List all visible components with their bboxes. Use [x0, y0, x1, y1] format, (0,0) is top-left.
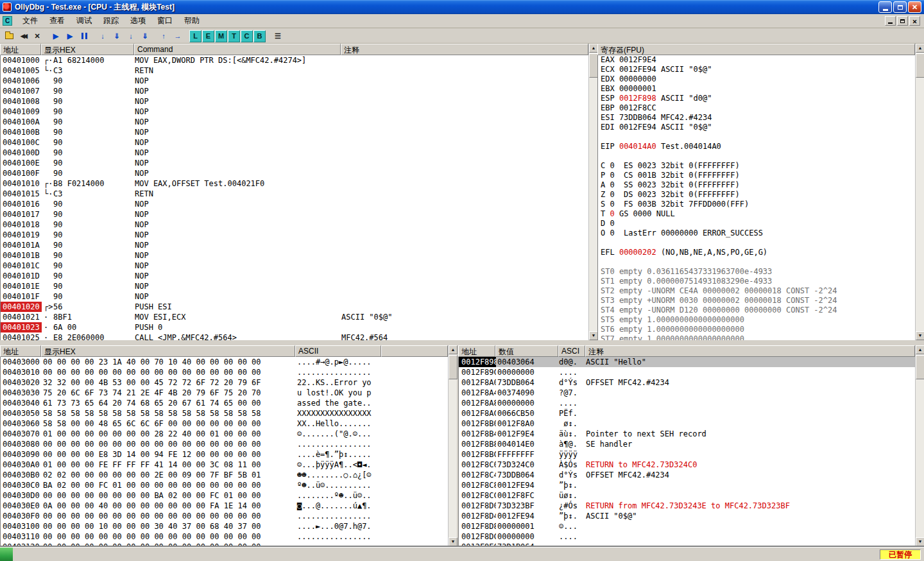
- register-line[interactable]: Z 0 DS 0023 32bit 0(FFFFFFFF): [598, 190, 915, 200]
- scroll-thumb[interactable]: [916, 355, 924, 379]
- register-line[interactable]: ST2 empty -UNORM CE4A 00000002 00000018 …: [598, 286, 915, 296]
- disasm-row[interactable]: 00401010┌·B8 F0214000MOV EAX,OFFSET Test…: [1, 178, 588, 189]
- stack-row[interactable]: 0012F8C80012FE94”þ↕.: [459, 480, 915, 490]
- register-line[interactable]: ST3 empty +UNORM 0030 00000002 00000018 …: [598, 296, 915, 306]
- disasm-row[interactable]: 0040101B90NOP: [1, 250, 588, 261]
- register-line[interactable]: EDX 00000000: [598, 74, 915, 84]
- threads-window-button[interactable]: T: [228, 30, 240, 42]
- menu-view[interactable]: 查看: [44, 14, 71, 28]
- register-line[interactable]: ESP 0012F898 ASCII "d0@": [598, 94, 915, 103]
- scroll-up-icon[interactable]: [449, 345, 458, 354]
- dump-row[interactable]: 0040308000 00 00 00 00 00 00 00 00 00 00…: [1, 439, 448, 449]
- disasm-row[interactable]: 00401005└·C3RETN: [1, 65, 588, 76]
- disasm-row[interactable]: 0040100690NOP: [1, 76, 588, 86]
- cpu-window-icon[interactable]: C: [3, 16, 12, 26]
- disasm-row[interactable]: 0040101990NOP: [1, 230, 588, 240]
- mdi-restore-button[interactable]: [897, 16, 908, 26]
- scroll-up-icon[interactable]: [916, 44, 924, 53]
- register-line[interactable]: P 0 CS 001B 32bit 0(FFFFFFFF): [598, 171, 915, 180]
- registers-pane[interactable]: EAX 0012F9E4ECX 0012FE94 ASCII "0$@"EDX …: [597, 55, 915, 340]
- disasm-row[interactable]: 00401021·8BF1MOV ESI,ECXASCII "0$@": [1, 312, 588, 322]
- stack-row[interactable]: 0012F8CC0012F8FCüø↕.: [459, 490, 915, 501]
- dump-row[interactable]: 0040301000 00 00 00 00 00 00 00 00 00 00…: [1, 367, 448, 377]
- register-line[interactable]: EDI 0012FE94 ASCII "0$@": [598, 123, 915, 132]
- menu-help[interactable]: 帮助: [178, 14, 205, 28]
- go-to-address-button[interactable]: →: [171, 30, 185, 42]
- register-line[interactable]: T 0 GS 0000 NULL: [598, 209, 915, 219]
- run-thread-button[interactable]: ▶: [63, 30, 77, 42]
- dump-row[interactable]: 0040306058 58 00 00 48 65 6C 6C 6F 00 00…: [1, 419, 448, 429]
- disasm-row[interactable]: 0040101F90NOP: [1, 291, 588, 302]
- disasm-row[interactable]: 0040101690NOP: [1, 199, 588, 209]
- disasm-row[interactable]: 0040100A90NOP: [1, 117, 588, 127]
- stack-row[interactable]: 0012F8B00012F8A0 ø↕.: [459, 419, 915, 429]
- disasm-row[interactable]: 0040101A90NOP: [1, 240, 588, 250]
- memory-window-button[interactable]: M: [215, 30, 227, 42]
- disasm-row[interactable]: 0040101E90NOP: [1, 281, 588, 291]
- registers-scrollbar[interactable]: [915, 44, 924, 340]
- scroll-thumb[interactable]: [916, 53, 924, 78]
- register-line[interactable]: ECX 0012FE94 ASCII "0$@": [598, 65, 915, 74]
- register-line[interactable]: A 0 SS 0023 32bit 0(FFFFFFFF): [598, 180, 915, 190]
- register-line[interactable]: ST4 empty -UNORM D120 00000000 00000000 …: [598, 306, 915, 315]
- register-line[interactable]: EBP 0012F8CC: [598, 103, 915, 113]
- disasm-row[interactable]: 0040100990NOP: [1, 107, 588, 117]
- dump-row[interactable]: 0040305058 58 58 58 58 58 58 58 58 58 58…: [1, 408, 448, 419]
- register-line[interactable]: EAX 0012F9E4: [598, 55, 915, 65]
- disasm-row[interactable]: 0040100D90NOP: [1, 148, 588, 158]
- stack-pane[interactable]: 0012F89800403064d0@.ASCII "Hello"0012F89…: [458, 357, 915, 546]
- register-line[interactable]: S 0 FS 003B 32bit 7FFDD000(FFF): [598, 200, 915, 209]
- dump-row[interactable]: 0040303075 20 6C 6F 73 74 21 2E 4F 4B 20…: [1, 388, 448, 398]
- scroll-down-icon[interactable]: [589, 331, 598, 340]
- register-line[interactable]: D 0: [598, 219, 915, 229]
- stack-row[interactable]: 0012F8B40012F9E4äù↕.Pointer to next SEH …: [459, 429, 915, 439]
- disasm-row[interactable]: 00401015└·C3RETN: [1, 189, 588, 199]
- disasm-row[interactable]: 00401025·E8 2E060000CALL <JMP.&MFC42.#56…: [1, 332, 588, 340]
- dump-row[interactable]: 004030E00A 00 00 00 40 00 00 00 00 00 00…: [1, 501, 448, 511]
- dump-row[interactable]: 0040311000 00 00 00 00 00 00 00 00 00 00…: [1, 531, 448, 542]
- log-window-button[interactable]: L: [189, 30, 201, 42]
- mdi-minimize-button[interactable]: [885, 16, 896, 26]
- disasm-row[interactable]: 0040101C90NOP: [1, 261, 588, 271]
- dump-row[interactable]: 0040307001 00 00 00 00 00 00 00 28 22 40…: [1, 429, 448, 439]
- dump-row[interactable]: 0040310000 00 00 00 10 00 00 00 30 40 37…: [1, 521, 448, 531]
- disasm-row[interactable]: 0040100C90NOP: [1, 137, 588, 148]
- register-line[interactable]: EBX 00000001: [598, 84, 915, 94]
- animate-over-button[interactable]: ⇓: [138, 30, 152, 42]
- dump-scrollbar[interactable]: [448, 345, 457, 546]
- stack-row[interactable]: 0012F8E073D1B064: [459, 542, 915, 546]
- disasm-row[interactable]: 00401020┌>56PUSH ESI: [1, 302, 588, 312]
- close-program-button[interactable]: ✕: [30, 30, 44, 42]
- dump-row[interactable]: 0040302032 32 00 00 4B 53 00 00 45 72 72…: [1, 377, 448, 388]
- disasm-row[interactable]: 0040101890NOP: [1, 220, 588, 230]
- disasm-row[interactable]: 00401023·6A 00PUSH 0: [1, 322, 588, 332]
- stack-row[interactable]: 0012F8DC00000000....: [459, 531, 915, 542]
- menu-debug[interactable]: 调试: [71, 14, 98, 28]
- menu-window[interactable]: 窗口: [151, 14, 178, 28]
- stack-row[interactable]: 0012F8BCFFFFFFFFÿÿÿÿ: [459, 449, 915, 460]
- register-line[interactable]: ST5 empty 1.0000000000000000000: [598, 315, 915, 325]
- disasm-row[interactable]: 0040100F90NOP: [1, 168, 588, 178]
- register-line[interactable]: ST7 empty 1.0000000000000000000: [598, 334, 915, 340]
- scroll-up-icon[interactable]: [916, 345, 924, 354]
- scroll-down-icon[interactable]: [449, 537, 458, 546]
- disasm-row[interactable]: 0040101D90NOP: [1, 271, 588, 281]
- stack-row[interactable]: 0012F8A800000000....: [459, 398, 915, 408]
- appearance-button[interactable]: ☰: [271, 30, 285, 42]
- breakpoints-window-button[interactable]: B: [253, 30, 266, 42]
- register-line[interactable]: EIP 004014A0 Test.004014A0: [598, 142, 915, 151]
- disasm-row[interactable]: 0040100790NOP: [1, 86, 588, 96]
- register-line[interactable]: O 0 LastErr 00000000 ERROR_SUCCESS: [598, 229, 915, 238]
- mdi-close-button[interactable]: [909, 16, 920, 26]
- disasm-row[interactable]: 0040101790NOP: [1, 209, 588, 220]
- stack-row[interactable]: 0012F8D40012FE94”þ↕.ASCII "0$@": [459, 511, 915, 521]
- dump-row[interactable]: 004030C0BA 02 00 00 FC 01 00 00 00 00 00…: [1, 480, 448, 490]
- run-button[interactable]: ▶: [49, 30, 63, 42]
- stack-scrollbar[interactable]: [915, 345, 924, 546]
- register-line[interactable]: [598, 238, 915, 248]
- menu-options[interactable]: 选项: [124, 14, 151, 28]
- disasm-scrollbar[interactable]: [588, 44, 597, 340]
- dump-row[interactable]: 0040312000 00 00 00 00 00 00 00 00 00 00…: [1, 542, 448, 546]
- close-button[interactable]: [908, 1, 921, 13]
- step-over-button[interactable]: ⇓: [110, 30, 124, 42]
